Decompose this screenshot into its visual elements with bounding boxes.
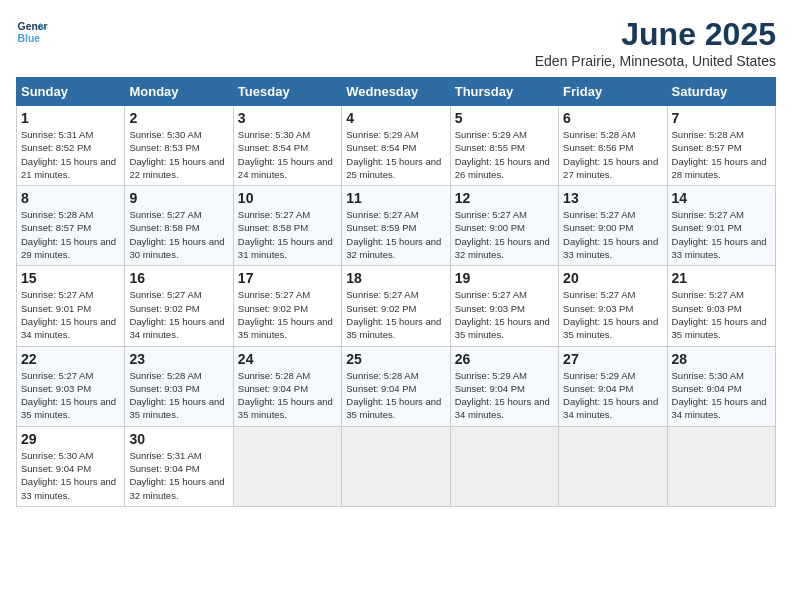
day-info: Sunrise: 5:30 AM Sunset: 8:53 PM Dayligh…	[129, 128, 228, 181]
day-number: 1	[21, 110, 120, 126]
table-cell: 25 Sunrise: 5:28 AM Sunset: 9:04 PM Dayl…	[342, 346, 450, 426]
day-number: 30	[129, 431, 228, 447]
day-number: 5	[455, 110, 554, 126]
day-number: 29	[21, 431, 120, 447]
day-number: 26	[455, 351, 554, 367]
day-info: Sunrise: 5:31 AM Sunset: 9:04 PM Dayligh…	[129, 449, 228, 502]
calendar-table: Sunday Monday Tuesday Wednesday Thursday…	[16, 77, 776, 507]
day-number: 28	[672, 351, 771, 367]
day-number: 14	[672, 190, 771, 206]
day-info: Sunrise: 5:29 AM Sunset: 8:55 PM Dayligh…	[455, 128, 554, 181]
day-number: 18	[346, 270, 445, 286]
day-number: 16	[129, 270, 228, 286]
day-info: Sunrise: 5:27 AM Sunset: 9:03 PM Dayligh…	[21, 369, 120, 422]
day-info: Sunrise: 5:28 AM Sunset: 8:57 PM Dayligh…	[21, 208, 120, 261]
table-cell: 8 Sunrise: 5:28 AM Sunset: 8:57 PM Dayli…	[17, 186, 125, 266]
table-cell: 26 Sunrise: 5:29 AM Sunset: 9:04 PM Dayl…	[450, 346, 558, 426]
table-cell: 22 Sunrise: 5:27 AM Sunset: 9:03 PM Dayl…	[17, 346, 125, 426]
day-info: Sunrise: 5:30 AM Sunset: 9:04 PM Dayligh…	[21, 449, 120, 502]
table-cell: 11 Sunrise: 5:27 AM Sunset: 8:59 PM Dayl…	[342, 186, 450, 266]
col-wednesday: Wednesday	[342, 78, 450, 106]
table-cell: 21 Sunrise: 5:27 AM Sunset: 9:03 PM Dayl…	[667, 266, 775, 346]
col-monday: Monday	[125, 78, 233, 106]
calendar-week-row: 8 Sunrise: 5:28 AM Sunset: 8:57 PM Dayli…	[17, 186, 776, 266]
day-number: 27	[563, 351, 662, 367]
table-cell: 15 Sunrise: 5:27 AM Sunset: 9:01 PM Dayl…	[17, 266, 125, 346]
calendar-week-row: 15 Sunrise: 5:27 AM Sunset: 9:01 PM Dayl…	[17, 266, 776, 346]
table-cell: 20 Sunrise: 5:27 AM Sunset: 9:03 PM Dayl…	[559, 266, 667, 346]
day-number: 24	[238, 351, 337, 367]
col-saturday: Saturday	[667, 78, 775, 106]
day-info: Sunrise: 5:28 AM Sunset: 9:04 PM Dayligh…	[238, 369, 337, 422]
day-number: 15	[21, 270, 120, 286]
table-cell: 28 Sunrise: 5:30 AM Sunset: 9:04 PM Dayl…	[667, 346, 775, 426]
day-number: 11	[346, 190, 445, 206]
day-number: 6	[563, 110, 662, 126]
day-info: Sunrise: 5:29 AM Sunset: 8:54 PM Dayligh…	[346, 128, 445, 181]
day-number: 4	[346, 110, 445, 126]
table-cell: 29 Sunrise: 5:30 AM Sunset: 9:04 PM Dayl…	[17, 426, 125, 506]
day-info: Sunrise: 5:29 AM Sunset: 9:04 PM Dayligh…	[563, 369, 662, 422]
table-cell: 3 Sunrise: 5:30 AM Sunset: 8:54 PM Dayli…	[233, 106, 341, 186]
table-cell	[559, 426, 667, 506]
table-cell: 1 Sunrise: 5:31 AM Sunset: 8:52 PM Dayli…	[17, 106, 125, 186]
day-number: 21	[672, 270, 771, 286]
day-number: 12	[455, 190, 554, 206]
table-cell: 4 Sunrise: 5:29 AM Sunset: 8:54 PM Dayli…	[342, 106, 450, 186]
day-info: Sunrise: 5:28 AM Sunset: 9:04 PM Dayligh…	[346, 369, 445, 422]
day-number: 23	[129, 351, 228, 367]
day-number: 13	[563, 190, 662, 206]
day-number: 25	[346, 351, 445, 367]
table-cell: 23 Sunrise: 5:28 AM Sunset: 9:03 PM Dayl…	[125, 346, 233, 426]
table-cell: 10 Sunrise: 5:27 AM Sunset: 8:58 PM Dayl…	[233, 186, 341, 266]
table-cell: 6 Sunrise: 5:28 AM Sunset: 8:56 PM Dayli…	[559, 106, 667, 186]
day-number: 9	[129, 190, 228, 206]
day-info: Sunrise: 5:27 AM Sunset: 8:58 PM Dayligh…	[238, 208, 337, 261]
col-tuesday: Tuesday	[233, 78, 341, 106]
table-cell: 2 Sunrise: 5:30 AM Sunset: 8:53 PM Dayli…	[125, 106, 233, 186]
table-cell: 16 Sunrise: 5:27 AM Sunset: 9:02 PM Dayl…	[125, 266, 233, 346]
day-info: Sunrise: 5:27 AM Sunset: 9:03 PM Dayligh…	[563, 288, 662, 341]
day-info: Sunrise: 5:27 AM Sunset: 8:58 PM Dayligh…	[129, 208, 228, 261]
day-number: 10	[238, 190, 337, 206]
calendar-week-row: 29 Sunrise: 5:30 AM Sunset: 9:04 PM Dayl…	[17, 426, 776, 506]
day-number: 22	[21, 351, 120, 367]
table-cell: 27 Sunrise: 5:29 AM Sunset: 9:04 PM Dayl…	[559, 346, 667, 426]
table-cell	[450, 426, 558, 506]
day-info: Sunrise: 5:29 AM Sunset: 9:04 PM Dayligh…	[455, 369, 554, 422]
day-info: Sunrise: 5:27 AM Sunset: 8:59 PM Dayligh…	[346, 208, 445, 261]
table-cell: 13 Sunrise: 5:27 AM Sunset: 9:00 PM Dayl…	[559, 186, 667, 266]
svg-text:Blue: Blue	[18, 33, 41, 44]
day-info: Sunrise: 5:27 AM Sunset: 9:02 PM Dayligh…	[346, 288, 445, 341]
day-info: Sunrise: 5:30 AM Sunset: 8:54 PM Dayligh…	[238, 128, 337, 181]
calendar-subtitle: Eden Prairie, Minnesota, United States	[535, 53, 776, 69]
day-info: Sunrise: 5:27 AM Sunset: 9:03 PM Dayligh…	[672, 288, 771, 341]
table-cell: 18 Sunrise: 5:27 AM Sunset: 9:02 PM Dayl…	[342, 266, 450, 346]
day-info: Sunrise: 5:27 AM Sunset: 9:00 PM Dayligh…	[563, 208, 662, 261]
logo-icon: General Blue	[16, 16, 48, 48]
day-info: Sunrise: 5:27 AM Sunset: 9:02 PM Dayligh…	[238, 288, 337, 341]
day-info: Sunrise: 5:31 AM Sunset: 8:52 PM Dayligh…	[21, 128, 120, 181]
day-number: 7	[672, 110, 771, 126]
day-number: 17	[238, 270, 337, 286]
day-info: Sunrise: 5:27 AM Sunset: 9:01 PM Dayligh…	[21, 288, 120, 341]
day-info: Sunrise: 5:27 AM Sunset: 9:02 PM Dayligh…	[129, 288, 228, 341]
col-friday: Friday	[559, 78, 667, 106]
header-row: Sunday Monday Tuesday Wednesday Thursday…	[17, 78, 776, 106]
day-number: 3	[238, 110, 337, 126]
table-cell: 24 Sunrise: 5:28 AM Sunset: 9:04 PM Dayl…	[233, 346, 341, 426]
table-cell: 5 Sunrise: 5:29 AM Sunset: 8:55 PM Dayli…	[450, 106, 558, 186]
day-info: Sunrise: 5:27 AM Sunset: 9:00 PM Dayligh…	[455, 208, 554, 261]
day-number: 2	[129, 110, 228, 126]
table-cell: 7 Sunrise: 5:28 AM Sunset: 8:57 PM Dayli…	[667, 106, 775, 186]
table-cell: 19 Sunrise: 5:27 AM Sunset: 9:03 PM Dayl…	[450, 266, 558, 346]
table-cell	[667, 426, 775, 506]
day-number: 8	[21, 190, 120, 206]
table-cell: 14 Sunrise: 5:27 AM Sunset: 9:01 PM Dayl…	[667, 186, 775, 266]
table-cell: 12 Sunrise: 5:27 AM Sunset: 9:00 PM Dayl…	[450, 186, 558, 266]
calendar-body: 1 Sunrise: 5:31 AM Sunset: 8:52 PM Dayli…	[17, 106, 776, 507]
day-info: Sunrise: 5:28 AM Sunset: 9:03 PM Dayligh…	[129, 369, 228, 422]
day-info: Sunrise: 5:27 AM Sunset: 9:01 PM Dayligh…	[672, 208, 771, 261]
col-thursday: Thursday	[450, 78, 558, 106]
calendar-title: June 2025	[535, 16, 776, 53]
